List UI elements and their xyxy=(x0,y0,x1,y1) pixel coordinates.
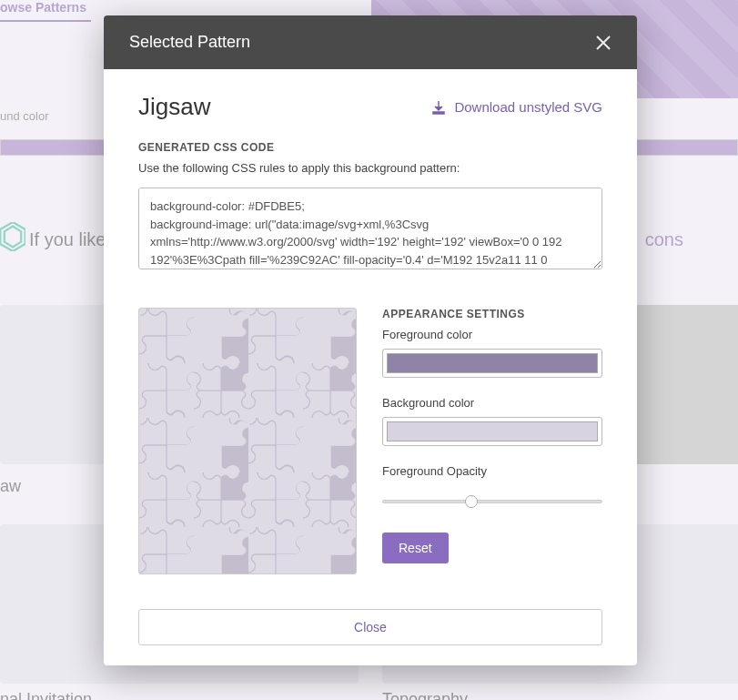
appearance-controls: APPEARANCE SETTINGS Foreground color Bac… xyxy=(382,308,602,574)
bg-color-label: Background color xyxy=(382,396,602,410)
fg-color-swatch xyxy=(387,353,598,373)
close-icon[interactable] xyxy=(595,35,612,51)
fg-color-label: Foreground color xyxy=(382,328,602,341)
css-hint: Use the following CSS rules to apply thi… xyxy=(138,161,602,175)
opacity-label: Foreground Opacity xyxy=(382,464,602,478)
fg-color-picker[interactable] xyxy=(382,349,602,378)
selected-pattern-modal: Selected Pattern Jigsaw Download unstyle… xyxy=(104,15,637,665)
modal-body: Jigsaw Download unstyled SVG GENERATED C… xyxy=(104,69,637,665)
modal-title: Selected Pattern xyxy=(129,33,250,52)
modal-header: Selected Pattern xyxy=(104,15,637,69)
pattern-preview xyxy=(138,308,357,574)
close-button[interactable]: Close xyxy=(138,609,602,645)
download-label: Download unstyled SVG xyxy=(454,99,602,115)
download-icon xyxy=(430,99,447,116)
generated-css-label: GENERATED CSS CODE xyxy=(138,141,602,154)
reset-button[interactable]: Reset xyxy=(382,533,449,563)
bg-color-picker[interactable] xyxy=(382,417,602,446)
css-code-textarea[interactable] xyxy=(138,188,602,269)
opacity-slider[interactable] xyxy=(382,500,602,503)
appearance-label: APPEARANCE SETTINGS xyxy=(382,308,602,320)
download-svg-link[interactable]: Download unstyled SVG xyxy=(430,99,602,116)
pattern-name: Jigsaw xyxy=(138,93,210,121)
bg-color-swatch xyxy=(387,421,598,441)
